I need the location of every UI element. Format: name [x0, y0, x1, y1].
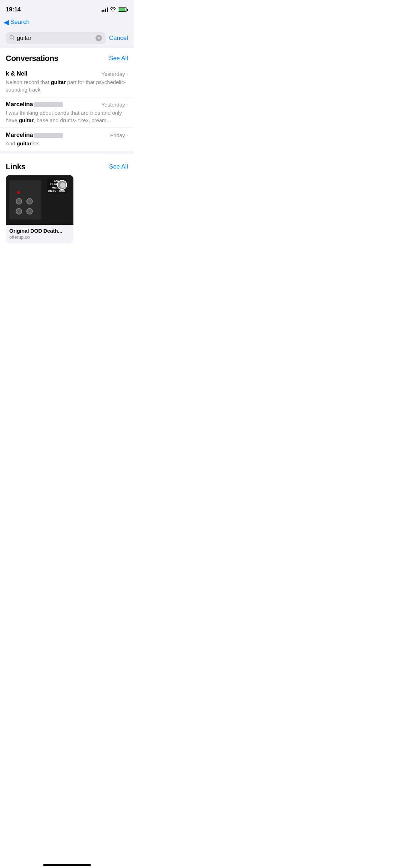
- link-domain: offerup.co: [9, 234, 70, 240]
- pedal-knob: [16, 208, 22, 215]
- back-button[interactable]: ◀ Search: [4, 18, 30, 26]
- status-bar: 19:14: [0, 0, 134, 16]
- link-info: Original DOD Death... offerup.co: [6, 225, 73, 243]
- conversation-name: Marcelina: [6, 131, 63, 139]
- conversation-item[interactable]: k & Neil Yesterday › Nelson record that …: [0, 67, 134, 97]
- link-title: Original DOD Death...: [9, 228, 70, 234]
- conversation-top-row: Marcelina Friday ›: [6, 131, 128, 139]
- conversation-date: Yesterday: [101, 71, 125, 77]
- conversation-item[interactable]: Marcelina Friday › And guitarists: [0, 128, 134, 151]
- conversations-section: Conversations See All k & Neil Yesterday…: [0, 48, 134, 151]
- status-time: 19:14: [6, 6, 21, 13]
- back-chevron-icon: ◀: [4, 18, 9, 26]
- chevron-right-icon: ›: [127, 71, 128, 77]
- conversations-header: Conversations See All: [0, 48, 134, 67]
- conversation-date: Friday: [110, 132, 125, 138]
- nav-bar: ◀ Search: [0, 16, 134, 30]
- conversation-date-row: Friday ›: [110, 132, 128, 138]
- search-bar-container: guitar Cancel: [0, 30, 134, 48]
- back-label: Search: [10, 19, 30, 26]
- conversations-title: Conversations: [6, 54, 58, 63]
- section-separator: [0, 151, 134, 154]
- conversation-preview: I was thinking about bands that are trio…: [6, 109, 128, 124]
- conversation-content: Marcelina Friday › And guitarists: [6, 131, 128, 147]
- pedal-knob: [26, 198, 33, 205]
- highlight-guitar: guitar: [17, 140, 32, 146]
- conversation-item[interactable]: Marcelina Yesterday › I was thinking abo…: [0, 97, 134, 128]
- highlight-guitar: guitar: [19, 117, 34, 123]
- clear-search-button[interactable]: [96, 35, 102, 41]
- name-blur: [34, 102, 63, 107]
- conversation-date-row: Yesterday ›: [101, 102, 128, 108]
- wifi-icon: [110, 7, 116, 12]
- pedal-knob: [16, 198, 22, 205]
- conversation-date-row: Yesterday ›: [101, 71, 128, 77]
- links-header: Links See All: [0, 156, 134, 175]
- battery-icon: [118, 7, 128, 12]
- conversation-preview: Nelson record that guitar part for that …: [6, 78, 128, 93]
- conversation-name: Marcelina: [6, 101, 63, 108]
- link-avatar: [57, 180, 67, 190]
- chevron-right-icon: ›: [127, 102, 128, 107]
- conversation-name: k & Neil: [6, 70, 27, 77]
- conversation-top-row: k & Neil Yesterday ›: [6, 70, 128, 77]
- pedal-led: [17, 191, 20, 194]
- pedal-body: [9, 180, 41, 219]
- conversation-top-row: Marcelina Yesterday ›: [6, 101, 128, 108]
- link-image: 868FX DEATH METALDISTORTION: [6, 175, 73, 225]
- cancel-button[interactable]: Cancel: [109, 35, 128, 42]
- chevron-right-icon: ›: [127, 133, 128, 138]
- highlight-guitar: guitar: [51, 79, 66, 85]
- links-title: Links: [6, 162, 25, 171]
- conversation-date: Yesterday: [101, 102, 125, 108]
- link-card[interactable]: 868FX DEATH METALDISTORTION Original DOD…: [6, 175, 73, 243]
- search-icon: [9, 35, 15, 41]
- links-section: Links See All 868FX DEATH METALDISTORTIO…: [0, 156, 134, 243]
- links-see-all[interactable]: See All: [109, 163, 128, 170]
- conversations-list: k & Neil Yesterday › Nelson record that …: [0, 67, 134, 151]
- conversation-content: k & Neil Yesterday › Nelson record that …: [6, 70, 128, 93]
- search-input-value[interactable]: guitar: [17, 35, 93, 42]
- signal-icon: [102, 7, 108, 12]
- name-blur: [34, 133, 63, 138]
- search-input-wrapper[interactable]: guitar: [6, 32, 106, 44]
- status-icons: [102, 7, 128, 12]
- conversations-see-all[interactable]: See All: [109, 55, 128, 62]
- conversation-preview: And guitarists: [6, 140, 128, 147]
- conversation-content: Marcelina Yesterday › I was thinking abo…: [6, 101, 128, 124]
- pedal-knob: [26, 208, 33, 215]
- svg-line-1: [13, 39, 15, 40]
